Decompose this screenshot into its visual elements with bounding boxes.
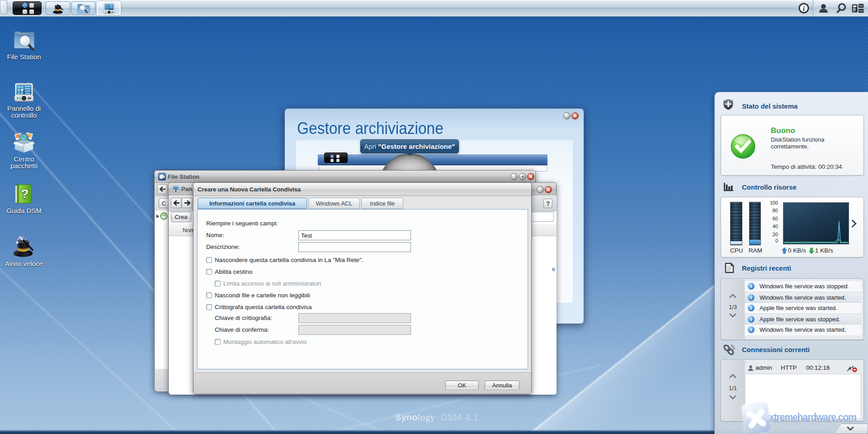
svg-text:?: ? xyxy=(21,187,29,201)
